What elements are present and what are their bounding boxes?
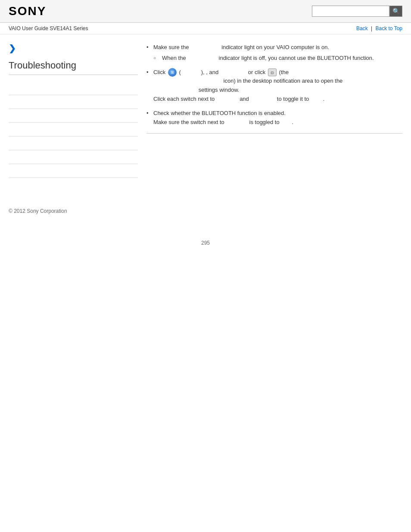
is-toggled-label: is toggled to bbox=[249, 119, 280, 125]
paren-open: ( bbox=[179, 69, 181, 75]
period3: . bbox=[292, 119, 294, 125]
list-item[interactable] bbox=[9, 95, 138, 109]
sidebar-link[interactable] bbox=[9, 99, 10, 105]
bullet1-sub-text: When the bbox=[162, 55, 186, 61]
icon-label: icon) in the desktop notification area t… bbox=[224, 78, 343, 84]
sidebar-link[interactable] bbox=[9, 140, 10, 146]
content-area: Make sure the indicator light on your VA… bbox=[146, 43, 402, 178]
bullet3-main: Check whether the BLUETOOTH function is … bbox=[153, 110, 286, 116]
bullet-item-3: Check whether the BLUETOOTH function is … bbox=[146, 109, 402, 127]
page-number: 295 bbox=[0, 240, 411, 255]
sidebar-arrow: ❯ bbox=[9, 43, 138, 53]
sidebar-link[interactable] bbox=[9, 85, 10, 91]
search-button[interactable]: 🔍 bbox=[389, 6, 402, 17]
back-to-top-link[interactable]: Back to Top bbox=[376, 25, 402, 31]
footer: © 2012 Sony Corporation bbox=[0, 199, 411, 223]
header: SONY 🔍 bbox=[0, 0, 411, 23]
sidebar-link[interactable] bbox=[9, 168, 10, 174]
content-list: Make sure the indicator light on your VA… bbox=[146, 43, 402, 127]
bullet1-sub: When the indicator light is off, you can… bbox=[153, 54, 402, 63]
guide-title: VAIO User Guide SVE14A1 Series bbox=[9, 25, 88, 31]
sidebar-link[interactable] bbox=[9, 127, 10, 133]
list-item[interactable] bbox=[9, 81, 138, 95]
back-link[interactable]: Back bbox=[356, 25, 368, 31]
content-divider bbox=[146, 133, 402, 134]
list-item[interactable] bbox=[9, 137, 138, 150]
bullet-item-1: Make sure the indicator light on your VA… bbox=[146, 43, 402, 63]
nav-links: Back | Back to Top bbox=[356, 25, 402, 31]
list-item[interactable] bbox=[9, 123, 138, 137]
sidebar: ❯ Troubleshooting bbox=[9, 43, 138, 178]
the-label: (the bbox=[279, 69, 289, 75]
settings-icon: ⊟ bbox=[268, 68, 277, 76]
sony-logo: SONY bbox=[9, 4, 46, 18]
bullet1-sub2: indicator light is off, you cannot use t… bbox=[219, 55, 374, 61]
settings-window: settings window. bbox=[199, 87, 240, 93]
nav-bar: VAIO User Guide SVE14A1 Series Back | Ba… bbox=[0, 23, 411, 34]
list-item[interactable] bbox=[9, 109, 138, 123]
list-item[interactable] bbox=[9, 164, 138, 178]
windows-orb-icon bbox=[168, 68, 177, 77]
bullet1-main2: indicator light on your VAIO computer is… bbox=[221, 44, 329, 50]
click-each: Click each switch next to bbox=[153, 96, 215, 102]
search-input[interactable] bbox=[312, 6, 389, 17]
paren-close: ), bbox=[201, 69, 205, 75]
sidebar-link[interactable] bbox=[9, 154, 10, 160]
click-label: Click bbox=[153, 69, 165, 75]
toggle-label: to toggle it to bbox=[277, 96, 309, 102]
or-click-label: or click bbox=[248, 69, 265, 75]
sidebar-title: Troubleshooting bbox=[9, 60, 138, 75]
content-body: Make sure the indicator light on your VA… bbox=[146, 43, 402, 134]
and-label: , and bbox=[206, 69, 218, 75]
list-item[interactable] bbox=[9, 150, 138, 164]
bullet1-main: Make sure the bbox=[153, 44, 189, 50]
make-sure-label: Make sure the switch next to bbox=[153, 119, 224, 125]
bullet-item-2: Click ( ), , and or click ⊟ (the bbox=[146, 68, 402, 104]
search-area: 🔍 bbox=[312, 6, 402, 17]
sidebar-link[interactable] bbox=[9, 113, 10, 119]
sidebar-links bbox=[9, 81, 138, 178]
copyright-text: © 2012 Sony Corporation bbox=[9, 208, 67, 214]
main-container: ❯ Troubleshooting Make sure the in bbox=[0, 34, 411, 187]
nav-separator: | bbox=[371, 25, 374, 31]
and2-label: and bbox=[240, 96, 249, 102]
period1: . bbox=[323, 96, 325, 102]
search-icon: 🔍 bbox=[392, 8, 400, 15]
